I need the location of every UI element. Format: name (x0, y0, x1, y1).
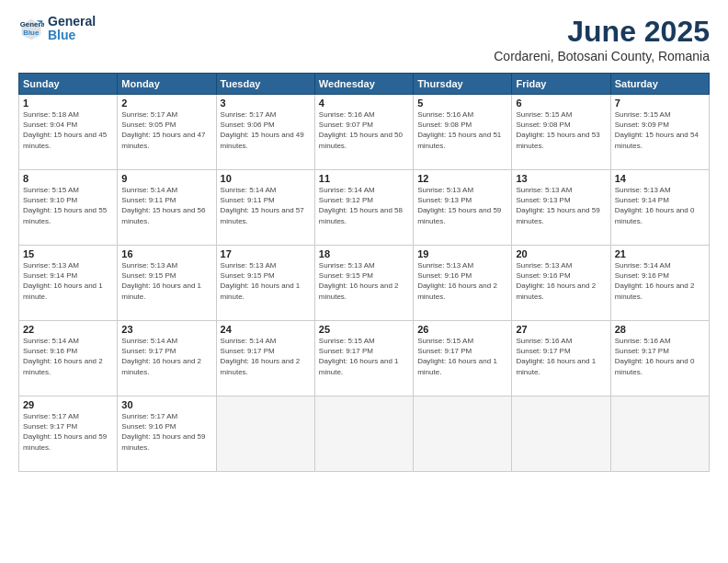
calendar-day-cell: 4 Sunrise: 5:16 AM Sunset: 9:07 PM Dayli… (314, 95, 413, 170)
calendar-day-cell: 14 Sunrise: 5:13 AM Sunset: 9:14 PM Dayl… (610, 170, 709, 246)
day-number: 9 (121, 173, 211, 184)
day-info: Sunrise: 5:16 AM Sunset: 9:07 PM Dayligh… (319, 109, 409, 151)
day-number: 19 (417, 248, 507, 259)
calendar-day-cell: 6 Sunrise: 5:15 AM Sunset: 9:08 PM Dayli… (512, 95, 610, 170)
calendar-day-cell: 19 Sunrise: 5:13 AM Sunset: 9:16 PM Dayl… (414, 246, 512, 321)
calendar-day-cell: 22 Sunrise: 5:14 AM Sunset: 9:16 PM Dayl… (19, 321, 118, 396)
day-number: 7 (615, 98, 705, 109)
day-info: Sunrise: 5:17 AM Sunset: 9:06 PM Dayligh… (221, 109, 311, 151)
day-number: 30 (121, 399, 211, 410)
day-info: Sunrise: 5:14 AM Sunset: 9:12 PM Dayligh… (319, 185, 409, 226)
weekday-header-row: Sunday Monday Tuesday Wednesday Thursday… (19, 74, 710, 95)
day-info: Sunrise: 5:15 AM Sunset: 9:08 PM Dayligh… (516, 109, 606, 151)
calendar-title: June 2025 (494, 15, 710, 49)
day-number: 16 (121, 248, 211, 259)
calendar-day-cell: 26 Sunrise: 5:15 AM Sunset: 9:17 PM Dayl… (414, 321, 512, 396)
calendar-day-cell: 3 Sunrise: 5:17 AM Sunset: 9:06 PM Dayli… (216, 95, 314, 170)
day-number: 11 (319, 173, 409, 184)
calendar-day-cell: 5 Sunrise: 5:16 AM Sunset: 9:08 PM Dayli… (414, 95, 512, 170)
calendar-day-cell: 11 Sunrise: 5:14 AM Sunset: 9:12 PM Dayl… (314, 170, 413, 246)
day-number: 4 (319, 98, 409, 109)
day-info: Sunrise: 5:13 AM Sunset: 9:13 PM Dayligh… (516, 185, 606, 226)
day-number: 1 (23, 98, 113, 109)
day-number: 26 (417, 324, 507, 335)
calendar-day-cell: 29 Sunrise: 5:17 AM Sunset: 9:17 PM Dayl… (19, 396, 118, 472)
day-info: Sunrise: 5:13 AM Sunset: 9:15 PM Dayligh… (121, 260, 211, 302)
calendar-day-cell: 2 Sunrise: 5:17 AM Sunset: 9:05 PM Dayli… (118, 95, 216, 170)
day-number: 5 (417, 98, 507, 109)
header-tuesday: Tuesday (216, 74, 314, 95)
day-number: 14 (615, 173, 705, 184)
day-info: Sunrise: 5:15 AM Sunset: 9:17 PM Dayligh… (319, 336, 409, 377)
day-info: Sunrise: 5:13 AM Sunset: 9:14 PM Dayligh… (615, 185, 705, 226)
day-info: Sunrise: 5:14 AM Sunset: 9:16 PM Dayligh… (615, 260, 705, 302)
day-number: 2 (121, 98, 211, 109)
logo-text-line2: Blue (48, 29, 96, 42)
day-number: 18 (319, 248, 409, 259)
day-info: Sunrise: 5:14 AM Sunset: 9:11 PM Dayligh… (121, 185, 211, 226)
svg-text:Blue: Blue (23, 29, 40, 37)
day-number: 25 (319, 324, 409, 335)
header-wednesday: Wednesday (314, 74, 413, 95)
calendar-day-cell: 30 Sunrise: 5:17 AM Sunset: 9:16 PM Dayl… (118, 396, 216, 472)
header-friday: Friday (512, 74, 610, 95)
logo-text-line1: General (48, 15, 96, 29)
calendar-day-cell: 9 Sunrise: 5:14 AM Sunset: 9:11 PM Dayli… (118, 170, 216, 246)
day-info: Sunrise: 5:14 AM Sunset: 9:17 PM Dayligh… (221, 336, 311, 377)
calendar-day-cell (610, 396, 709, 472)
calendar-day-cell: 20 Sunrise: 5:13 AM Sunset: 9:16 PM Dayl… (512, 246, 610, 321)
calendar-day-cell (512, 396, 610, 472)
calendar-day-cell: 16 Sunrise: 5:13 AM Sunset: 9:15 PM Dayl… (118, 246, 216, 321)
header-thursday: Thursday (414, 74, 512, 95)
day-info: Sunrise: 5:15 AM Sunset: 9:10 PM Dayligh… (23, 185, 113, 226)
day-info: Sunrise: 5:16 AM Sunset: 9:17 PM Dayligh… (516, 336, 606, 377)
day-info: Sunrise: 5:13 AM Sunset: 9:15 PM Dayligh… (319, 260, 409, 302)
day-number: 20 (516, 248, 606, 259)
day-info: Sunrise: 5:15 AM Sunset: 9:17 PM Dayligh… (417, 336, 507, 377)
calendar-day-cell: 15 Sunrise: 5:13 AM Sunset: 9:14 PM Dayl… (19, 246, 118, 321)
day-info: Sunrise: 5:14 AM Sunset: 9:16 PM Dayligh… (23, 336, 113, 377)
calendar-week-row: 29 Sunrise: 5:17 AM Sunset: 9:17 PM Dayl… (19, 396, 710, 472)
page: General Blue General Blue June 2025 Cord… (0, 0, 728, 563)
day-info: Sunrise: 5:14 AM Sunset: 9:17 PM Dayligh… (121, 336, 211, 377)
day-info: Sunrise: 5:13 AM Sunset: 9:13 PM Dayligh… (417, 185, 507, 226)
header-saturday: Saturday (610, 74, 709, 95)
day-info: Sunrise: 5:15 AM Sunset: 9:09 PM Dayligh… (615, 109, 705, 151)
header-sunday: Sunday (19, 74, 118, 95)
header-monday: Monday (118, 74, 216, 95)
day-number: 6 (516, 98, 606, 109)
calendar-subtitle: Cordareni, Botosani County, Romania (494, 49, 710, 63)
generalblue-logo-icon: General Blue (18, 16, 44, 41)
calendar-day-cell: 12 Sunrise: 5:13 AM Sunset: 9:13 PM Dayl… (414, 170, 512, 246)
calendar-day-cell: 25 Sunrise: 5:15 AM Sunset: 9:17 PM Dayl… (314, 321, 413, 396)
calendar-week-row: 1 Sunrise: 5:18 AM Sunset: 9:04 PM Dayli… (19, 95, 710, 170)
day-info: Sunrise: 5:13 AM Sunset: 9:16 PM Dayligh… (417, 260, 507, 302)
calendar-day-cell: 24 Sunrise: 5:14 AM Sunset: 9:17 PM Dayl… (216, 321, 314, 396)
calendar-day-cell: 7 Sunrise: 5:15 AM Sunset: 9:09 PM Dayli… (610, 95, 709, 170)
day-info: Sunrise: 5:13 AM Sunset: 9:16 PM Dayligh… (516, 260, 606, 302)
day-number: 8 (23, 173, 113, 184)
day-info: Sunrise: 5:16 AM Sunset: 9:08 PM Dayligh… (417, 109, 507, 151)
calendar-day-cell: 13 Sunrise: 5:13 AM Sunset: 9:13 PM Dayl… (512, 170, 610, 246)
day-number: 23 (121, 324, 211, 335)
day-info: Sunrise: 5:17 AM Sunset: 9:17 PM Dayligh… (23, 411, 113, 453)
calendar-day-cell: 23 Sunrise: 5:14 AM Sunset: 9:17 PM Dayl… (118, 321, 216, 396)
calendar-day-cell: 21 Sunrise: 5:14 AM Sunset: 9:16 PM Dayl… (610, 246, 709, 321)
calendar-week-row: 22 Sunrise: 5:14 AM Sunset: 9:16 PM Dayl… (19, 321, 710, 396)
calendar-week-row: 8 Sunrise: 5:15 AM Sunset: 9:10 PM Dayli… (19, 170, 710, 246)
calendar-day-cell (314, 396, 413, 472)
calendar-day-cell: 10 Sunrise: 5:14 AM Sunset: 9:11 PM Dayl… (216, 170, 314, 246)
calendar-day-cell: 1 Sunrise: 5:18 AM Sunset: 9:04 PM Dayli… (19, 95, 118, 170)
day-info: Sunrise: 5:13 AM Sunset: 9:14 PM Dayligh… (23, 260, 113, 302)
day-number: 28 (615, 324, 705, 335)
calendar-day-cell: 8 Sunrise: 5:15 AM Sunset: 9:10 PM Dayli… (19, 170, 118, 246)
day-number: 10 (221, 173, 311, 184)
day-info: Sunrise: 5:18 AM Sunset: 9:04 PM Dayligh… (23, 109, 113, 151)
day-number: 12 (417, 173, 507, 184)
day-info: Sunrise: 5:14 AM Sunset: 9:11 PM Dayligh… (221, 185, 311, 226)
day-number: 13 (516, 173, 606, 184)
day-number: 27 (516, 324, 606, 335)
header: General Blue General Blue June 2025 Cord… (18, 15, 710, 63)
day-number: 15 (23, 248, 113, 259)
day-number: 24 (221, 324, 311, 335)
